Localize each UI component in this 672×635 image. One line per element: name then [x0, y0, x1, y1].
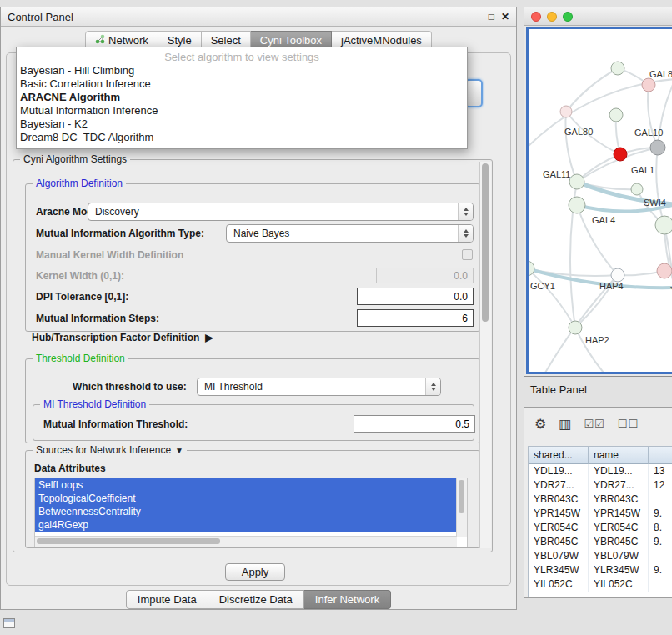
- network-edge[interactable]: [656, 148, 664, 225]
- table-cell: YBR043C: [589, 492, 649, 507]
- mi-steps-label: Mutual Information Steps:: [36, 312, 159, 324]
- close-traffic-light-icon[interactable]: [531, 12, 541, 22]
- network-node[interactable]: [560, 106, 572, 118]
- network-node[interactable]: [631, 183, 643, 195]
- settings-vertical-scrollbar[interactable]: [479, 162, 491, 548]
- minimize-traffic-light-icon[interactable]: [547, 12, 557, 22]
- attributes-vertical-scrollbar[interactable]: [456, 478, 467, 537]
- network-edge[interactable]: [648, 85, 658, 148]
- zoom-traffic-light-icon[interactable]: [563, 12, 573, 22]
- which-threshold-select[interactable]: MI Threshold: [197, 378, 441, 396]
- network-node[interactable]: [569, 321, 582, 334]
- column-header[interactable]: name: [589, 447, 649, 464]
- network-node[interactable]: [657, 263, 672, 278]
- table-row[interactable]: YDL19...YDL19...13: [529, 464, 672, 478]
- table-row[interactable]: YBL079WYBL079W: [529, 549, 672, 563]
- attribute-item-betweennesscentrality[interactable]: BetweennessCentrality: [35, 505, 457, 518]
- table-cell: 12: [649, 478, 672, 492]
- attribute-item-gal4rgexp[interactable]: gal4RGexp: [35, 518, 457, 532]
- algorithm-option-mutual-information-inference[interactable]: Mutual Information Inference: [17, 104, 467, 118]
- data-attributes-list: SelfLoopsTopologicalCoefficientBetweenne…: [34, 478, 468, 548]
- table-row[interactable]: YER054CYER054C8.: [529, 521, 672, 535]
- deselect-all-checks-icon[interactable]: ☐☐: [618, 417, 639, 432]
- column-header[interactable]: [649, 447, 672, 464]
- table-cell: 9.: [649, 507, 672, 521]
- network-node[interactable]: [611, 268, 624, 282]
- attribute-item-topologicalcoefficient[interactable]: TopologicalCoefficient: [35, 492, 457, 505]
- mi-algorithm-type-select[interactable]: Naive Bayes: [226, 224, 474, 242]
- network-edge[interactable]: [566, 68, 618, 112]
- attributes-horizontal-scrollbar[interactable]: [35, 536, 457, 547]
- hub-definition-toggle[interactable]: Hub/Transcription Factor Definition ▶: [32, 332, 213, 343]
- table-header-row: shared...name: [529, 447, 672, 464]
- bottom-tab-impute-data[interactable]: Impute Data: [126, 590, 208, 609]
- network-node[interactable]: [614, 148, 627, 161]
- aracne-mode-select[interactable]: Discovery: [88, 202, 474, 221]
- dpi-tolerance-field[interactable]: [357, 288, 474, 305]
- mi-threshold-label: Mutual Information Threshold:: [43, 418, 188, 430]
- table-row[interactable]: YBR045CYBR045C9.: [529, 535, 672, 549]
- manual-kernel-checkbox[interactable]: [462, 249, 473, 260]
- close-icon[interactable]: ✕: [501, 12, 509, 22]
- sources-group-title[interactable]: Sources for Network Inference▼: [33, 444, 187, 456]
- apply-button[interactable]: Apply: [225, 563, 285, 581]
- bottom-tab-discretize-data[interactable]: Discretize Data: [208, 590, 304, 609]
- table-cell: YDR27...: [589, 478, 649, 492]
- table-cell: 8.: [649, 521, 672, 535]
- column-header[interactable]: shared...: [529, 447, 589, 464]
- algorithm-option-basic-correlation-inference[interactable]: Basic Correlation Inference: [17, 78, 467, 91]
- algorithm-option-dream8-dc-tdc-algorithm[interactable]: Dream8 DC_TDC Algorithm: [17, 131, 467, 144]
- table-cell: YBR045C: [529, 535, 589, 549]
- node-label: SWI4: [644, 198, 666, 208]
- network-node[interactable]: [609, 108, 623, 122]
- settings-group-title: Cyni Algorithm Settings: [20, 153, 130, 165]
- network-node[interactable]: [569, 174, 584, 189]
- table-cell: YDL19...: [589, 464, 649, 478]
- float-window-icon[interactable]: □: [489, 12, 494, 22]
- mi-threshold-field[interactable]: [354, 415, 475, 432]
- table-cell: YDR27...: [529, 478, 589, 492]
- network-tab-icon: [95, 34, 105, 47]
- combo-arrows-icon: [458, 225, 473, 242]
- combo-arrows-icon: [458, 203, 473, 220]
- table-row[interactable]: YBR043CYBR043C: [529, 492, 672, 507]
- sources-group: Sources for Network Inference▼ Data Attr…: [25, 450, 480, 548]
- table-cell: YLR345W: [529, 563, 589, 578]
- algorithm-option-bayesian-hill-climbing[interactable]: Bayesian - Hill Climbing: [17, 64, 467, 78]
- control-panel-titlebar[interactable]: Control Panel □ ✕: [1, 8, 516, 27]
- network-node[interactable]: [642, 78, 655, 92]
- network-node[interactable]: [569, 197, 585, 213]
- table-cell: 9.: [649, 535, 672, 549]
- table-row[interactable]: YPR145WYPR145W9.: [529, 507, 672, 521]
- node-label: GCY1: [530, 281, 555, 291]
- network-canvas[interactable]: GAL8GAL80GAL10GAL11GAL1SWI4GAL4GCY1HAP4H…: [526, 27, 672, 374]
- mi-type-value: Naive Bayes: [233, 228, 289, 239]
- which-threshold-label: Which threshold to use:: [73, 381, 187, 392]
- table-row[interactable]: YDR27...YDR27...12: [529, 478, 672, 492]
- network-node[interactable]: [650, 140, 665, 155]
- attribute-item-selfloops[interactable]: SelfLoops: [35, 478, 457, 492]
- columns-icon[interactable]: ▥: [559, 417, 571, 432]
- node-attribute-table: shared...name YDL19...YDL19...13YDR27...…: [528, 446, 672, 598]
- network-node[interactable]: [655, 216, 672, 234]
- table-cell: 9.: [649, 563, 672, 578]
- algorithm-definition-group: Algorithm Definition Aracne Mode: Discov…: [25, 183, 480, 332]
- algorithm-option-bayesian-k2[interactable]: Bayesian - K2: [17, 118, 467, 131]
- select-all-checks-icon[interactable]: ☑☑: [584, 417, 604, 432]
- algorithm-option-aracne-algorithm[interactable]: ARACNE Algorithm: [17, 91, 467, 104]
- table-cell: YPR145W: [529, 507, 589, 521]
- node-label: GAL1: [631, 165, 654, 175]
- table-panel-toolbar: ⚙ ▥ ☑☑ ☐☐: [534, 414, 639, 434]
- table-row[interactable]: YLR345WYLR345W9.: [529, 563, 672, 578]
- network-node[interactable]: [611, 62, 624, 75]
- restore-panel-icon[interactable]: [3, 618, 15, 628]
- table-row[interactable]: YIL052CYIL052C: [529, 578, 672, 592]
- network-window-titlebar[interactable]: [524, 8, 672, 26]
- combo-arrows-icon: [425, 378, 440, 395]
- gear-icon[interactable]: ⚙: [534, 417, 546, 432]
- table-body: YDL19...YDL19...13YDR27...YDR27...12YBR0…: [529, 464, 672, 592]
- bottom-tab-infer-network[interactable]: Infer Network: [304, 590, 391, 609]
- mi-steps-field[interactable]: [357, 309, 474, 327]
- kernel-width-field[interactable]: [376, 268, 474, 283]
- cyni-algorithm-settings-group: Cyni Algorithm Settings Algorithm Defini…: [13, 159, 493, 552]
